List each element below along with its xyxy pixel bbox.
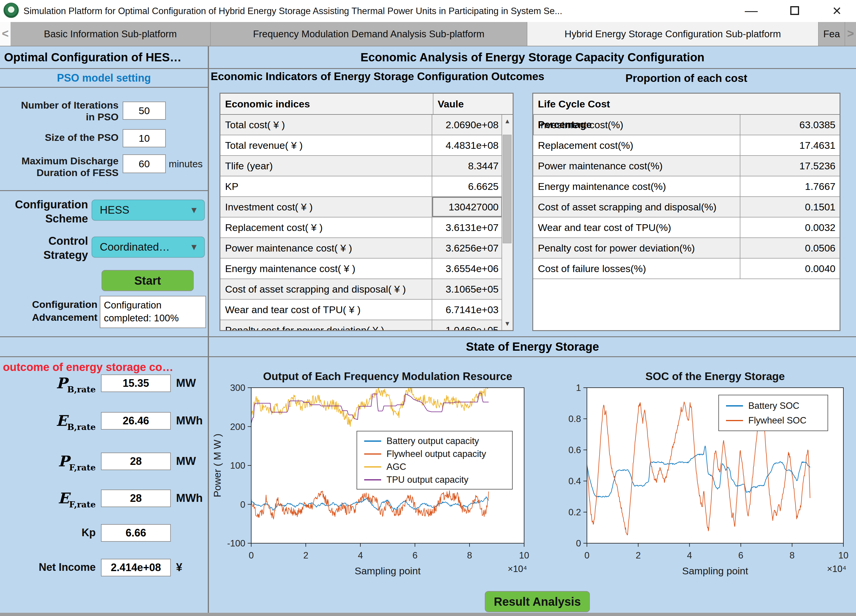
cell-value[interactable]: 3.6131e+07 <box>432 217 502 237</box>
control-strategy-dropdown[interactable]: Coordinated… ▼ <box>92 237 205 258</box>
cell-label[interactable]: Penalty cost for power deviation( ¥ ) <box>220 320 432 331</box>
table-row: Investment cost(%)63.0385 <box>533 115 839 135</box>
scroll-down-icon[interactable]: ▼ <box>502 317 513 330</box>
net-income-symbol: Net Income <box>39 561 95 573</box>
svg-text:0.4: 0.4 <box>568 476 581 486</box>
cell-value[interactable]: 6.6625 <box>432 176 502 196</box>
y-axis-label: Power ( M W ) <box>212 433 223 497</box>
pf-rate-input[interactable]: 28 <box>101 453 171 470</box>
cell-label[interactable]: Power maintenance cost(%) <box>533 156 740 176</box>
cell-value[interactable]: 1.0469e+05 <box>432 320 502 331</box>
cell-value-selected[interactable]: 130427000 <box>432 197 502 217</box>
ef-symbol: E <box>58 490 69 507</box>
cell-value[interactable]: 3.6554e+06 <box>432 259 502 279</box>
cell-label[interactable]: Cost of asset scrapping and disposal( ¥ … <box>220 279 432 299</box>
cell-label[interactable]: Energy maintenance cost(%) <box>533 176 740 196</box>
cell-label[interactable]: Wear and tear cost of TPU( ¥ ) <box>220 300 432 320</box>
cell-value[interactable]: 2.0690e+08 <box>432 115 502 135</box>
legend-item: AGC <box>357 460 512 473</box>
maximize-button[interactable] <box>784 0 805 22</box>
cell-label[interactable]: Replacement cost( ¥ ) <box>220 217 432 237</box>
minimize-button[interactable]: — <box>741 0 762 22</box>
svg-text:100: 100 <box>230 460 245 471</box>
tab-feasibility[interactable]: Fea <box>819 22 845 46</box>
result-analysis-button[interactable]: Result Analysis <box>485 591 590 612</box>
configuration-scheme-dropdown[interactable]: HESS ▼ <box>92 200 205 221</box>
table-scrollbar[interactable]: ▲ ▼ <box>502 115 513 330</box>
svg-text:10: 10 <box>838 550 848 561</box>
svg-text:10: 10 <box>519 550 529 561</box>
window-bottom-edge <box>0 613 856 616</box>
cell-label[interactable]: Energy maintenance cost( ¥ ) <box>220 259 432 279</box>
cell-value[interactable]: 17.4631 <box>740 135 839 155</box>
cell-label[interactable]: Wear and tear cost of TPU(%) <box>533 217 740 237</box>
tab-bar: < Basic Information Sub-platform Frequen… <box>0 22 856 46</box>
discharge-duration-input[interactable]: 60 <box>123 154 166 173</box>
tab-frequency-modulation[interactable]: Frequency Modulation Demand Analysis Sub… <box>211 22 527 46</box>
legend-item: Flywheel output capacity <box>357 447 512 460</box>
cell-label[interactable]: Investment cost( ¥ ) <box>220 197 432 217</box>
eb-symbol: E <box>56 412 67 430</box>
cell-value[interactable]: 0.1501 <box>740 197 839 217</box>
economic-indicators-title: Economic Indicators of Energy Storage Co… <box>211 71 580 83</box>
table-row: KP6.6625 <box>220 176 513 197</box>
table-row: Total revenue( ¥ )4.4831e+08 <box>220 135 513 156</box>
maximize-icon <box>790 6 799 15</box>
cell-value[interactable]: 1.7667 <box>740 176 839 196</box>
tab-scroll-left[interactable]: < <box>0 22 11 46</box>
tab-scroll-right[interactable]: > <box>845 22 856 46</box>
cell-value[interactable]: 0.0506 <box>740 238 839 258</box>
cell-label[interactable]: Total revenue( ¥ ) <box>220 135 432 155</box>
svg-text:0.6: 0.6 <box>568 445 581 455</box>
cell-value[interactable]: 0.0032 <box>740 217 839 237</box>
close-button[interactable]: × <box>826 0 847 22</box>
kp-symbol: Kp <box>82 527 95 539</box>
legend-line-icon <box>364 440 381 442</box>
cell-value[interactable]: 3.6256e+07 <box>432 238 502 258</box>
tab-basic-information[interactable]: Basic Information Sub-platform <box>11 22 211 46</box>
start-button[interactable]: Start <box>102 270 194 291</box>
cell-label[interactable]: KP <box>220 176 432 196</box>
scheme-label-line2: Scheme <box>0 213 88 225</box>
cell-value[interactable]: 17.5236 <box>740 156 839 176</box>
column-header: Economic indices <box>220 94 432 114</box>
table-row: Power maintenance cost( ¥ )3.6256e+07 <box>220 238 513 259</box>
iterations-input[interactable]: 50 <box>123 102 166 120</box>
cell-label[interactable]: Tlife (year) <box>220 156 432 176</box>
cell-label[interactable]: Investment cost(%) <box>533 115 740 135</box>
advancement-label-line1: Configuration <box>0 299 97 310</box>
cell-value[interactable]: 0.0040 <box>740 259 839 279</box>
cell-label[interactable]: Cost of asset scrapping and disposal(%) <box>533 197 740 217</box>
soc-plot: SOC of the Energy Storage Sampling point… <box>546 357 856 586</box>
cell-label[interactable]: Replacement cost(%) <box>533 135 740 155</box>
pb-rate-input[interactable]: 15.35 <box>101 374 171 392</box>
pso-model-setting-title: PSO model setting <box>0 69 208 87</box>
scrollbar-thumb[interactable] <box>503 135 511 243</box>
legend-label: Flywheel output capacity <box>386 448 486 460</box>
cell-label[interactable]: Cost of failure losses(%) <box>533 259 740 279</box>
iterations-label: Number of Iterations in PSO <box>0 99 119 123</box>
cell-label[interactable]: Total cost( ¥ ) <box>220 115 432 135</box>
table-row: Power maintenance cost(%)17.5236 <box>533 156 839 176</box>
tab-hybrid-energy-storage[interactable]: Hybrid Energy Storage Configuration Sub-… <box>527 22 819 46</box>
control-strategy-value: Coordinated… <box>100 241 170 253</box>
chart-legend: Battery output capacity Flywheel output … <box>357 431 513 490</box>
chart-legend: Battery SOC Flywheel SOC <box>718 395 828 431</box>
cell-value[interactable]: 63.0385 <box>740 115 839 135</box>
table-row: Energy maintenance cost( ¥ )3.6554e+06 <box>220 259 513 279</box>
cell-label[interactable]: Penalty cost for power deviation(%) <box>533 238 740 258</box>
ef-rate-input[interactable]: 28 <box>101 490 171 507</box>
scroll-up-icon[interactable]: ▲ <box>502 115 513 128</box>
eb-rate-input[interactable]: 26.46 <box>101 412 171 430</box>
kp-input[interactable]: 6.66 <box>101 524 171 542</box>
cell-value[interactable]: 8.3447 <box>432 156 502 176</box>
x-axis-label: Sampling point <box>682 565 748 576</box>
net-income-input[interactable]: 2.414e+08 <box>101 559 171 576</box>
swarm-size-input[interactable]: 10 <box>123 129 166 147</box>
cell-label[interactable]: Power maintenance cost( ¥ ) <box>220 238 432 258</box>
legend-item: TPU output capacity <box>357 473 512 486</box>
cell-value[interactable]: 3.1065e+05 <box>432 279 502 299</box>
cell-value[interactable]: 6.7141e+03 <box>432 300 502 320</box>
column-header: Vaule <box>433 94 503 114</box>
cell-value[interactable]: 4.4831e+08 <box>432 135 502 155</box>
